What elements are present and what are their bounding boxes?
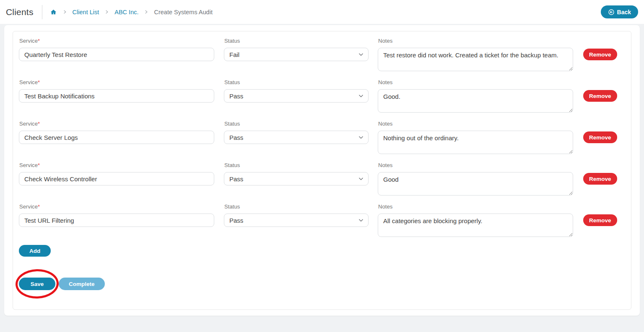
service-label: Service*: [19, 203, 214, 210]
back-button-label: Back: [617, 9, 631, 15]
notes-textarea[interactable]: [378, 214, 573, 237]
status-select[interactable]: Pass: [224, 172, 369, 185]
service-label: Service*: [19, 79, 214, 85]
audit-rows: Service* Status Fail Notes Remove Servic…: [19, 37, 625, 237]
notes-label: Notes: [378, 162, 573, 168]
chevron-right-icon: [62, 10, 67, 14]
audit-row: Service* Status Fail Notes Remove: [19, 37, 625, 71]
audit-row: Service* Status Pass Notes Remove: [19, 78, 625, 113]
status-select[interactable]: Pass: [224, 89, 369, 103]
status-label: Status: [224, 79, 369, 85]
audit-row: Service* Status Pass Notes Remove: [19, 161, 625, 196]
service-input[interactable]: [19, 89, 214, 103]
breadcrumb-link-client-list[interactable]: Client List: [73, 9, 99, 15]
remove-row-button[interactable]: Remove: [583, 214, 617, 226]
required-asterisk: *: [38, 121, 40, 127]
audit-row: Service* Status Pass Notes Remove: [19, 203, 625, 237]
remove-row-button[interactable]: Remove: [583, 131, 617, 143]
breadcrumb-link-client-name[interactable]: ABC Inc.: [114, 9, 138, 15]
chevron-right-icon: [144, 10, 148, 14]
status-select[interactable]: Pass: [224, 214, 369, 227]
page-title: Clients: [6, 7, 34, 17]
service-label: Service*: [19, 121, 214, 127]
status-select[interactable]: Pass: [224, 131, 369, 144]
notes-label: Notes: [378, 203, 573, 210]
remove-row-button[interactable]: Remove: [583, 49, 617, 60]
service-input[interactable]: [19, 172, 214, 185]
notes-label: Notes: [378, 79, 573, 85]
breadcrumb-current: Create Systems Audit: [154, 9, 212, 15]
save-button[interactable]: Save: [19, 278, 55, 290]
top-header: Clients Client List ABC Inc. Create Syst…: [0, 0, 644, 24]
notes-textarea[interactable]: [378, 131, 573, 154]
main-panel: Service* Status Fail Notes Remove Servic…: [4, 25, 640, 316]
required-asterisk: *: [38, 162, 40, 168]
home-icon[interactable]: [50, 9, 57, 15]
arrow-left-circle-icon: [608, 9, 615, 15]
status-label: Status: [224, 121, 369, 127]
service-input[interactable]: [19, 131, 214, 144]
status-label: Status: [224, 38, 369, 44]
notes-textarea[interactable]: [378, 172, 573, 196]
required-asterisk: *: [38, 79, 40, 85]
breadcrumb: Client List ABC Inc. Create Systems Audi…: [50, 9, 213, 15]
remove-row-button[interactable]: Remove: [583, 90, 617, 102]
back-button[interactable]: Back: [601, 5, 638, 18]
notes-label: Notes: [378, 121, 573, 127]
service-input[interactable]: [19, 48, 214, 61]
add-row-button[interactable]: Add: [19, 245, 51, 257]
required-asterisk: *: [38, 38, 40, 44]
status-label: Status: [224, 162, 369, 168]
notes-textarea[interactable]: [378, 89, 573, 113]
required-asterisk: *: [38, 203, 40, 210]
notes-label: Notes: [378, 38, 573, 44]
audit-row: Service* Status Pass Notes Remove: [19, 120, 625, 154]
complete-button[interactable]: Complete: [59, 278, 105, 290]
service-label: Service*: [19, 162, 214, 168]
header-divider: [42, 5, 42, 19]
chevron-right-icon: [104, 10, 109, 14]
remove-row-button[interactable]: Remove: [583, 173, 617, 185]
notes-textarea[interactable]: [378, 48, 573, 71]
service-label: Service*: [19, 38, 214, 44]
status-select[interactable]: Fail: [224, 48, 369, 61]
status-label: Status: [224, 203, 369, 210]
audit-form-card: Service* Status Fail Notes Remove Servic…: [13, 31, 631, 310]
service-input[interactable]: [19, 214, 214, 227]
